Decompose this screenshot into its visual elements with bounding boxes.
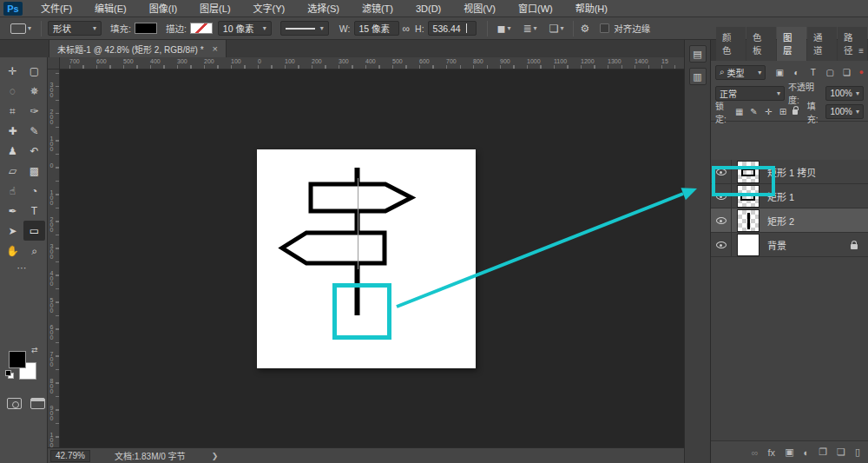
horizontal-ruler[interactable]: 7006005004003002001000100200300400500600… [60,57,684,69]
gear-icon[interactable]: ⚙ [580,23,589,35]
stroke-label: 描边: [166,22,187,35]
dodge-tool[interactable]: ◔ [23,181,45,201]
ruler-corner[interactable] [48,57,60,69]
foreground-color-swatch[interactable] [9,351,26,368]
panel-tab[interactable]: 图层 [777,27,806,61]
menu-item[interactable]: 图层(L) [188,0,241,17]
stroke-width-select[interactable]: 10 像素 ▾ [218,21,272,36]
vertical-ruler[interactable]: 3002001000100200300400500600700800900100… [48,69,60,447]
panel-tab[interactable]: 色板 [746,27,776,61]
layer-row-selected[interactable]: 矩形 2 [711,208,868,233]
history-brush-tool[interactable]: ↶ [23,141,45,161]
ruler-label: 800 [473,58,483,64]
layer-thumbnail[interactable] [737,234,760,256]
menu-item[interactable]: 3D(D) [404,0,452,17]
panel-tab[interactable]: 路径 [838,27,867,61]
crop-tool[interactable]: ⌗ [2,101,23,121]
lasso-tool[interactable]: ◌ [2,81,23,101]
path-alignment-button[interactable]: ≣ ▾ [520,21,541,36]
menu-item[interactable]: 图像(I) [138,0,188,17]
delete-layer-icon[interactable]: ▯ [855,446,860,458]
edit-toolbar-icon[interactable]: ⋯ [0,262,43,274]
filter-type-icon[interactable]: T [807,68,819,77]
tool-mode-select[interactable]: 形状 ▾ [48,21,102,36]
swap-colors-icon[interactable]: ⇄ [31,346,38,354]
fill-swatch[interactable] [135,23,157,34]
rectangle-tool[interactable]: ▭ [23,221,45,241]
new-group-icon[interactable]: ❐ [819,446,827,458]
visibility-toggle[interactable] [711,208,732,233]
history-panel-icon[interactable]: ▤ [689,45,707,63]
tool-preset-button[interactable]: ▾ [7,22,35,36]
smudge-tool[interactable]: ☝ [2,181,23,201]
pen-tool[interactable]: ✒ [2,201,23,221]
layer-thumbnail[interactable] [737,209,760,232]
ruler-label: 1100 [554,58,567,64]
magic-wand-tool[interactable]: ✵ [23,81,45,101]
width-input[interactable]: 15 像素 [354,21,399,36]
status-chevron-icon[interactable]: ❯ [212,452,219,460]
menu-item[interactable]: 选择(S) [296,0,351,17]
height-input[interactable]: 536.44 [428,21,477,36]
link-layers-icon[interactable]: ∞ [752,447,759,458]
clone-stamp-tool[interactable]: ♟ [2,141,23,161]
path-arrangement-button[interactable]: ❏ ▾ [546,21,568,36]
link-wh-icon[interactable]: ∞ [403,23,411,35]
left-arrow-sign [282,233,385,263]
layer-row[interactable]: 背景 [711,233,868,257]
visibility-toggle[interactable] [711,233,732,257]
document-tab[interactable]: 未标题-1 @ 42.8% (矩形 2, RGB/8#) * × [49,40,227,57]
panel-tab[interactable]: 通道 [807,27,837,61]
new-layer-icon[interactable]: ❏ [837,446,845,458]
lock-transparent-pixels-icon[interactable]: ▦ [734,107,745,116]
panel-tab[interactable]: 颜色 [716,27,746,61]
stroke-style-select[interactable]: ▾ [280,21,329,36]
eyedropper-tool[interactable]: ✑ [23,101,45,121]
fill-opacity-select[interactable]: 100% ▾ [825,104,864,119]
layer-filter-select[interactable]: ⌕ 类型 ▾ [715,65,766,80]
hand-tool[interactable]: ✋ [2,241,23,261]
zoom-level-field[interactable]: 42.79% [50,450,90,462]
brush-tool[interactable]: ✎ [23,121,45,141]
zoom-tool[interactable]: ⌕ [23,241,45,261]
menu-item[interactable]: 滤镜(T) [351,0,404,17]
gradient-tool[interactable]: ▩ [23,161,45,181]
menu-item[interactable]: 文件(F) [30,0,83,17]
menu-item[interactable]: 编辑(E) [83,0,138,17]
menu-item[interactable]: 文字(Y) [242,0,297,17]
screen-mode-button[interactable] [30,398,45,409]
lock-position-icon[interactable]: ✛ [763,107,773,116]
healing-brush-tool[interactable]: ✚ [2,121,23,141]
layer-effects-icon[interactable]: fx [768,447,776,458]
stroke-swatch[interactable] [190,23,213,34]
eyedropper-tool-icon: ✑ [30,105,38,117]
panel-menu-icon[interactable]: ≡ [858,46,864,56]
type-tool[interactable]: T [23,201,45,221]
add-mask-icon[interactable]: ▣ [785,446,793,458]
eraser-tool[interactable]: ▱ [2,161,23,181]
lock-artboard-icon[interactable]: ⊞ [778,107,788,116]
default-colors-icon[interactable] [5,370,13,378]
adjustment-layer-icon[interactable]: ◐ [804,447,810,458]
filter-adjustment-icon[interactable]: ◐ [790,68,802,77]
align-edges-checkbox[interactable] [600,23,609,33]
marquee-tool[interactable]: ▢ [23,61,45,81]
quick-mask-button[interactable] [7,398,22,409]
properties-panel-icon[interactable]: ▥ [689,68,707,85]
opacity-select[interactable]: 100% ▾ [825,86,864,101]
filter-toggle-icon[interactable]: ● [859,68,864,76]
path-operations-button[interactable]: ◼ ▾ [494,21,515,36]
path-selection-tool[interactable]: ➤ [2,221,23,241]
layer-list: 矩形 1 拷贝 矩形 1 矩形 2 背景 [711,160,868,440]
fill-label: 填充: [110,22,131,35]
menu-item[interactable]: 帮助(H) [564,0,619,17]
close-icon[interactable]: × [213,43,218,54]
filter-shape-icon[interactable]: ▢ [824,68,836,77]
menu-item[interactable]: 视图(V) [452,0,507,17]
menu-item[interactable]: 窗口(W) [507,0,564,17]
lock-image-pixels-icon[interactable]: ✎ [749,107,760,116]
filter-smart-object-icon[interactable]: ❏ [840,68,852,77]
lock-all-icon[interactable] [792,109,798,115]
move-tool[interactable]: ✛ [2,61,23,81]
filter-image-icon[interactable]: ▣ [773,68,786,77]
